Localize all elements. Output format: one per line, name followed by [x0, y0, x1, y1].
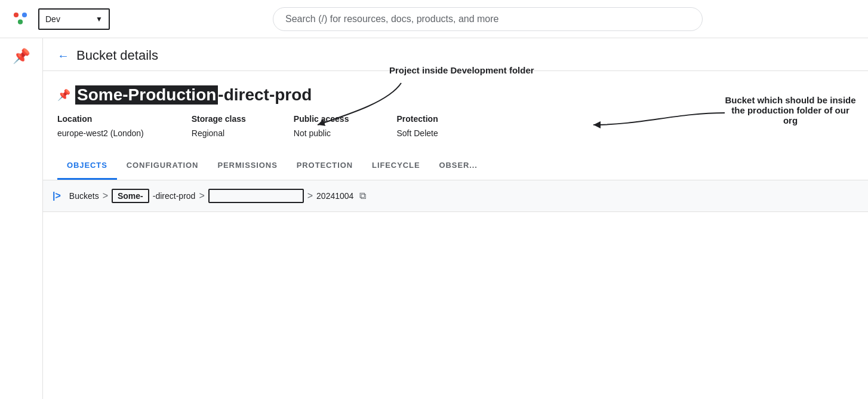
breadcrumb-segment2: -direct-prod	[153, 191, 196, 201]
storage-class-item: Storage class Regional	[192, 114, 246, 138]
google-cloud-logo	[10, 8, 31, 30]
search-bar[interactable]: Search (/) for resources, docs, products…	[273, 7, 703, 31]
bucket-pin-icon: 📌	[57, 88, 70, 102]
public-access-label: Public access	[294, 114, 349, 124]
metadata-row: Location europe-west2 (London) Storage c…	[43, 114, 868, 152]
location-value: europe-west2 (London)	[57, 128, 144, 138]
breadcrumb-bar: |> Buckets > Some- -direct-prod > > 2024…	[43, 180, 868, 212]
svg-point-0	[14, 12, 19, 17]
tab-configuration[interactable]: CONFIGURATION	[117, 152, 208, 180]
bucket-name-part2: -direct-prod	[218, 85, 312, 105]
svg-point-2	[18, 19, 23, 24]
sidebar: 📌	[0, 38, 43, 399]
breadcrumb-segment1[interactable]: Some-	[112, 189, 149, 203]
bucket-name-section: 📌 Some-Production -direct-prod	[43, 71, 868, 114]
svg-point-1	[22, 12, 27, 17]
tab-permissions[interactable]: PERMISSIONS	[208, 152, 287, 180]
tab-observability[interactable]: OBSER...	[429, 152, 487, 180]
page-title: Bucket details	[76, 48, 158, 63]
protection-label: Protection	[396, 114, 438, 124]
tab-lifecycle[interactable]: LIFECYCLE	[362, 152, 429, 180]
protection-item: Protection Soft Delete	[396, 114, 438, 138]
bucket-name-part1: Some-Production	[75, 85, 218, 105]
storage-class-value: Regional	[192, 128, 246, 138]
location-label: Location	[57, 114, 144, 124]
breadcrumb-toggle-button[interactable]: |>	[53, 191, 61, 201]
back-button[interactable]: ←	[57, 49, 69, 63]
main-layout: 📌 ← Bucket details Project inside Develo…	[0, 38, 868, 399]
public-access-value: Not public	[294, 128, 349, 138]
copy-icon[interactable]: ⧉	[359, 191, 366, 201]
bucket-name: Some-Production -direct-prod	[75, 85, 312, 105]
public-access-item: Public access Not public	[294, 114, 349, 138]
breadcrumb-sep-3: >	[307, 191, 313, 201]
breadcrumb-sep-2: >	[199, 191, 204, 201]
protection-value: Soft Delete	[396, 128, 438, 138]
breadcrumb-buckets: Buckets	[69, 191, 99, 201]
project-name: Dev	[45, 14, 91, 24]
breadcrumb-segment3[interactable]	[208, 189, 304, 203]
search-placeholder: Search (/) for resources, docs, products…	[285, 14, 498, 24]
breadcrumb-segment4: 20241004	[316, 191, 353, 201]
breadcrumb-sep-1: >	[103, 191, 108, 201]
dropdown-arrow-icon: ▼	[96, 15, 103, 23]
page-header: ← Bucket details	[43, 38, 868, 71]
pin-icon[interactable]: 📌	[13, 48, 30, 65]
project-selector[interactable]: Dev ▼	[38, 8, 110, 30]
tabs-bar: OBJECTS CONFIGURATION PERMISSIONS PROTEC…	[43, 152, 868, 180]
content-area: ← Bucket details Project inside Developm…	[43, 38, 868, 399]
topbar: Dev ▼ Search (/) for resources, docs, pr…	[0, 0, 868, 38]
location-item: Location europe-west2 (London)	[57, 114, 144, 138]
tab-objects[interactable]: OBJECTS	[57, 152, 117, 180]
storage-class-label: Storage class	[192, 114, 246, 124]
tab-protection[interactable]: PROTECTION	[287, 152, 362, 180]
bucket-name-region: Project inside Development folder Bucket…	[43, 71, 868, 114]
